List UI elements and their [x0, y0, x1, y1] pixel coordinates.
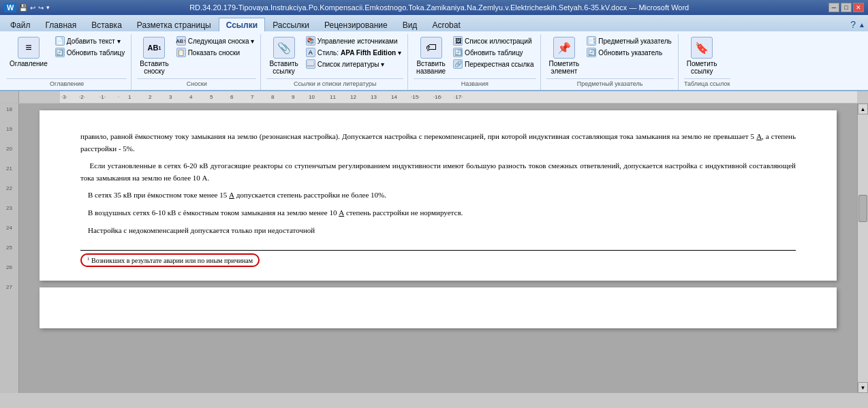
tab-file[interactable]: Файл — [3, 18, 38, 31]
document-page[interactable]: правило, равной ёмкостному току замыкани… — [40, 110, 837, 281]
left-panel: 18 19 20 21 22 23 24 25 26 27 — [0, 104, 19, 393]
show-footnotes-button[interactable]: 📋 Показать сноски — [174, 47, 257, 58]
paragraph-1: правило, равной ёмкостному току замыкани… — [80, 131, 796, 155]
cross-reference-button[interactable]: 🔗 Перекрестная ссылка — [451, 59, 536, 69]
tab-acrobat[interactable]: Acrobat — [424, 18, 467, 31]
update-caption-icon: 🔄 — [453, 48, 463, 57]
title-bar: W 💾 ↩ ↪ ▾ RD.34.20.179-Tipovaya.Instrukc… — [0, 0, 868, 15]
footnote-text: 1 Возникших в результате аварии или по и… — [80, 253, 260, 267]
style-arrow: ▾ — [398, 49, 401, 57]
value-15a: А — [229, 191, 234, 199]
scroll-thumb[interactable] — [858, 195, 867, 222]
tab-mailings[interactable]: Рассылки — [265, 18, 317, 31]
add-text-icon: 📄 — [55, 36, 65, 46]
mark-entry-icon: 📌 — [553, 37, 575, 59]
toc-button[interactable]: ≡ Оглавление — [7, 35, 50, 69]
tab-references[interactable]: Ссылки — [219, 18, 265, 31]
cross-ref-icon: 🔗 — [453, 59, 463, 69]
mark-entry-button[interactable]: 📌 Пометитьэлемент — [546, 35, 583, 76]
caption-icon: 🏷 — [420, 37, 442, 59]
help-icon[interactable]: ? — [850, 19, 856, 30]
bibliography-button[interactable]: 📖 Список литературы ▾ — [304, 59, 403, 69]
insert-citation-button[interactable]: 📎 Вставитьссылку — [266, 35, 300, 76]
next-footnote-button[interactable]: AB↑ Следующая сноска ▾ — [174, 35, 257, 46]
tab-insert[interactable]: Вставка — [84, 18, 129, 31]
footnote-icon: AB1 — [143, 37, 165, 59]
paragraph-5: Настройка с недокомпенсацией допускается… — [80, 225, 796, 237]
next-footnote-icon: AB↑ — [176, 36, 186, 46]
style-dropdown-button[interactable]: A Стиль: APA Fifth Edition ▾ — [304, 47, 403, 58]
pages-area: правило, равной ёмкостному току замыкани… — [19, 104, 857, 393]
captions-group-label: Названия — [414, 78, 536, 90]
scroll-track — [858, 114, 868, 382]
tab-page-layout[interactable]: Разметка страницы — [129, 18, 219, 31]
ribbon-group-toc: ≡ Оглавление 📄 Добавить текст ▾ 🔄 Обнови… — [3, 34, 131, 90]
window-title: RD.34.20.179-Tipovaya.Instrukciya.Po.Kom… — [50, 3, 828, 12]
scroll-down-button[interactable]: ▼ — [858, 382, 868, 393]
citations-group-label: Ссылки и списки литературы — [266, 78, 403, 90]
update-index-icon: 🔄 — [587, 48, 596, 57]
vertical-scrollbar[interactable]: ▲ ▼ — [857, 104, 868, 393]
manage-sources-button[interactable]: 📚 Управление источниками — [304, 35, 403, 46]
update-table-caption-button[interactable]: 🔄 Обновить таблицу — [451, 47, 536, 58]
authorities-group-label: Таблица ссылок — [684, 78, 730, 90]
manage-sources-icon: 📚 — [306, 36, 315, 46]
main-area: 18 19 20 21 22 23 24 25 26 27 правило, р… — [0, 104, 868, 393]
index-group-label: Предметный указатель — [546, 78, 674, 90]
style-value: APA Fifth Edition — [341, 49, 396, 57]
redo-icon[interactable]: ↪ — [38, 4, 44, 12]
show-footnotes-icon: 📋 — [176, 48, 186, 57]
maximize-button[interactable]: □ — [841, 3, 852, 12]
update-toc-icon: 🔄 — [55, 48, 65, 57]
index-icon: 📑 — [587, 36, 596, 46]
mark-citation-icon: 🔖 — [691, 37, 713, 59]
page-text: правило, равной ёмкостному току замыкани… — [80, 131, 796, 236]
figures-icon: 🖼 — [453, 36, 463, 46]
update-table-toc-button[interactable]: 🔄 Обновить таблицу — [53, 47, 127, 58]
style-icon: A — [306, 48, 315, 57]
ribbon-group-citations: 📎 Вставитьссылку 📚 Управление источникам… — [262, 34, 408, 90]
value-5a: А — [756, 132, 762, 140]
footnote-area: 1 Возникших в результате аварии или по и… — [80, 250, 796, 267]
footnotes-group-label: Сноски — [137, 78, 256, 90]
tab-review[interactable]: Рецензирование — [317, 18, 395, 31]
tab-view[interactable]: Вид — [395, 18, 425, 31]
paragraph-4: В воздушных сетях 6-10 кВ с ёмкостным то… — [80, 207, 796, 219]
ribbon-group-footnotes: AB1 Вставитьсноску AB↑ Следующая сноска … — [133, 34, 261, 90]
paragraph-3: В сетях 35 кВ при ёмкостном токе менее 1… — [80, 189, 796, 202]
ruler: ·3· ·2· ·1· · 1 2 3 4 5 6 7 8 9 10 11 12… — [0, 91, 868, 104]
ribbon: ≡ Оглавление 📄 Добавить текст ▾ 🔄 Обнови… — [0, 31, 868, 91]
citation-icon: 📎 — [273, 37, 295, 59]
ribbon-group-table-of-authorities: 🔖 Пометитьссылку Таблица ссылок — [680, 34, 734, 90]
index-button[interactable]: 📑 Предметный указатель — [585, 35, 673, 46]
update-index-button[interactable]: 🔄 Обновить указатель — [585, 47, 673, 58]
value-10a: А — [339, 208, 344, 217]
insert-footnote-button[interactable]: AB1 Вставитьсноску — [137, 35, 171, 76]
list-of-figures-button[interactable]: 🖼 Список иллюстраций — [451, 35, 536, 46]
scroll-up-button[interactable]: ▲ — [858, 104, 868, 114]
add-text-button[interactable]: 📄 Добавить текст ▾ — [53, 35, 127, 46]
ribbon-group-captions: 🏷 Вставитьназвание 🖼 Список иллюстраций … — [409, 34, 540, 90]
close-button[interactable]: ✕ — [853, 3, 864, 12]
undo-icon[interactable]: ↩ — [30, 4, 35, 12]
paragraph-2: Если установленные в сетях 6-20 кВ дугог… — [80, 160, 796, 184]
minimize-ribbon-icon[interactable]: ▲ — [858, 21, 865, 29]
tab-home[interactable]: Главная — [38, 18, 84, 31]
document-page-2 — [40, 287, 837, 328]
toc-icon: ≡ — [18, 37, 40, 59]
ribbon-group-index: 📌 Пометитьэлемент 📑 Предметный указатель… — [542, 34, 679, 90]
ribbon-tabs: Файл Главная Вставка Разметка страницы С… — [0, 15, 868, 31]
insert-caption-button[interactable]: 🏷 Вставитьназвание — [414, 35, 448, 76]
minimize-button[interactable]: ─ — [828, 3, 839, 12]
bibliography-icon: 📖 — [306, 59, 315, 69]
word-icon: W — [4, 3, 16, 12]
mark-citation-button[interactable]: 🔖 Пометитьссылку — [684, 35, 720, 76]
quick-save-icon[interactable]: 💾 — [19, 4, 27, 12]
toc-group-label: Оглавление — [7, 78, 127, 90]
content-area: правило, равной ёмкостному току замыкани… — [19, 104, 868, 393]
